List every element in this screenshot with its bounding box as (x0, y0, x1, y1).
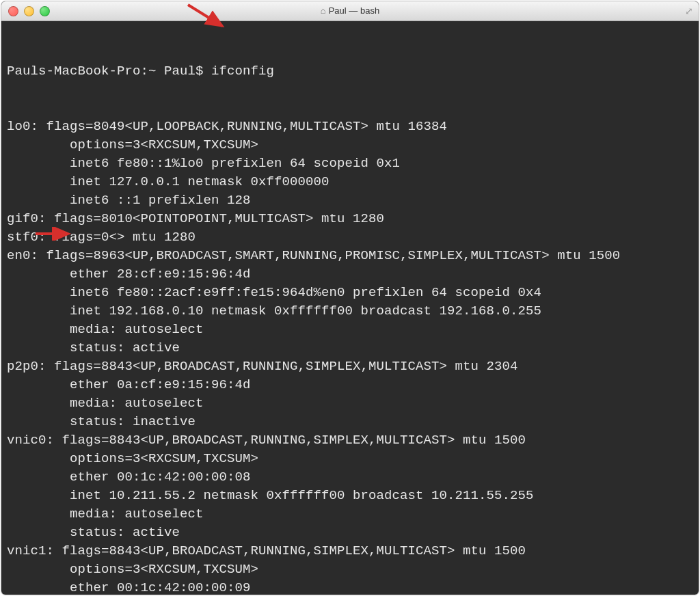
output-line: lo0: flags=8049<UP,LOOPBACK,RUNNING,MULT… (7, 118, 693, 136)
output-line: media: autoselect (7, 505, 693, 524)
output-line: options=3<RXCSUM,TXCSUM> (7, 450, 693, 468)
output-line: status: active (7, 339, 693, 357)
title-text: Paul — bash (329, 1, 379, 21)
output-line: ether 0a:cf:e9:15:96:4d (7, 376, 693, 394)
terminal-output: lo0: flags=8049<UP,LOOPBACK,RUNNING,MULT… (7, 118, 693, 595)
prompt: Pauls-MacBook-Pro:~ Paul$ (7, 64, 204, 79)
output-line: media: autoselect (7, 321, 693, 339)
output-line: options=3<RXCSUM,TXCSUM> (7, 560, 693, 579)
output-line: inet6 fe80::1%lo0 prefixlen 64 scopeid 0… (7, 154, 693, 173)
output-line: status: inactive (7, 413, 693, 431)
output-line: ether 00:1c:42:00:00:09 (7, 579, 693, 595)
home-icon: ⌂ (321, 1, 326, 21)
terminal-body[interactable]: Pauls-MacBook-Pro:~ Paul$ ifconfig lo0: … (1, 21, 699, 595)
titlebar: ⌂ Paul — bash ⤢ (1, 1, 699, 21)
output-line: inet 192.168.0.10 netmask 0xffffff00 bro… (7, 302, 693, 321)
output-line: en0: flags=8963<UP,BROADCAST,SMART,RUNNI… (7, 247, 693, 265)
output-line: ether 28:cf:e9:15:96:4d (7, 265, 693, 284)
output-line: inet6 ::1 prefixlen 128 (7, 191, 693, 210)
output-line: options=3<RXCSUM,TXCSUM> (7, 136, 693, 154)
output-line: inet6 fe80::2acf:e9ff:fe15:964d%en0 pref… (7, 284, 693, 302)
output-line: status: active (7, 524, 693, 542)
window-title: ⌂ Paul — bash (1, 1, 699, 21)
output-line: vnic1: flags=8843<UP,BROADCAST,RUNNING,S… (7, 542, 693, 560)
output-line: vnic0: flags=8843<UP,BROADCAST,RUNNING,S… (7, 431, 693, 450)
expand-icon[interactable]: ⤢ (685, 5, 693, 17)
output-line: media: autoselect (7, 394, 693, 413)
output-line: inet 10.211.55.2 netmask 0xffffff00 broa… (7, 487, 693, 505)
output-line: gif0: flags=8010<POINTOPOINT,MULTICAST> … (7, 210, 693, 228)
output-line: stf0: flags=0<> mtu 1280 (7, 228, 693, 247)
output-line: p2p0: flags=8843<UP,BROADCAST,RUNNING,SI… (7, 357, 693, 376)
output-line: inet 127.0.0.1 netmask 0xff000000 (7, 173, 693, 191)
terminal-window: ⌂ Paul — bash ⤢ Pauls-MacBook-Pro:~ Paul… (1, 1, 699, 595)
command: ifconfig (211, 64, 274, 79)
prompt-line: Pauls-MacBook-Pro:~ Paul$ ifconfig (7, 62, 693, 81)
output-line: ether 00:1c:42:00:00:08 (7, 468, 693, 487)
